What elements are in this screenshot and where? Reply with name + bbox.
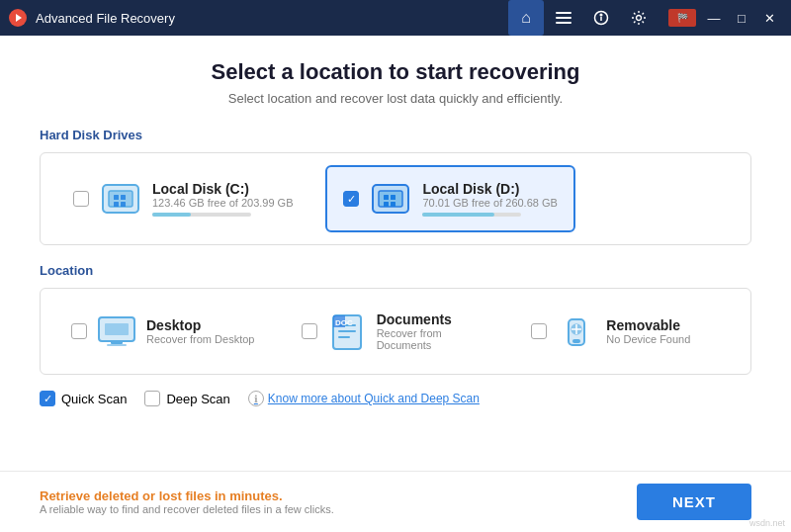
- drive-d-item[interactable]: ✓ Local Disk (D:) 70.01 GB free of 260.6…: [325, 165, 574, 232]
- quick-scan-label: Quick Scan: [61, 392, 127, 406]
- svg-rect-23: [384, 202, 389, 207]
- svg-rect-16: [121, 202, 126, 207]
- deep-scan-option[interactable]: Deep Scan: [144, 391, 229, 406]
- svg-rect-29: [107, 344, 127, 346]
- desktop-desc: Recover from Desktop: [146, 333, 254, 345]
- drive-d-info: Local Disk (D:) 70.01 GB free of 260.68 …: [422, 181, 557, 217]
- documents-info: Documents Recover from Documents: [377, 311, 490, 351]
- page-subtitle: Select location and recover lost data qu…: [40, 91, 751, 106]
- location-section-label: Location: [40, 263, 751, 278]
- nav-settings-button[interactable]: [621, 0, 657, 36]
- location-documents-checkbox[interactable]: [302, 323, 317, 339]
- drive-c-icon: [99, 177, 142, 221]
- usb-icon: [557, 311, 596, 351]
- watermark: wsdn.net: [749, 518, 785, 528]
- nav-list-button[interactable]: [546, 0, 581, 36]
- main-content: Select a location to start recovering Se…: [0, 36, 791, 471]
- page-title: Select a location to start recovering: [40, 59, 751, 85]
- svg-rect-27: [105, 323, 129, 335]
- footer-desc: A reliable way to find and recover delet…: [40, 503, 334, 515]
- location-container: Desktop Recover from Desktop DOC Docu: [40, 288, 751, 375]
- scan-options: ✓ Quick Scan Deep Scan ℹ Know more about…: [40, 391, 751, 406]
- app-title: Advanced File Recovery: [36, 11, 508, 26]
- svg-rect-22: [391, 195, 396, 200]
- learn-more-text: Know more about Quick and Deep Scan: [268, 392, 480, 405]
- drive-c-name: Local Disk (C:): [152, 181, 293, 197]
- location-desktop-item[interactable]: Desktop Recover from Desktop: [56, 301, 275, 362]
- maximize-button[interactable]: □: [728, 8, 755, 28]
- removable-info: Removable No Device Found: [606, 317, 690, 345]
- desktop-name: Desktop: [146, 317, 254, 333]
- footer-title: Retrieve deleted or lost files in minute…: [40, 488, 334, 503]
- drives-container: Local Disk (C:) 123.46 GB free of 203.99…: [40, 152, 751, 245]
- drive-c-item[interactable]: Local Disk (C:) 123.46 GB free of 203.99…: [56, 165, 309, 232]
- svg-rect-2: [556, 12, 571, 14]
- desktop-icon: [97, 311, 136, 351]
- svg-rect-21: [384, 195, 389, 200]
- svg-point-7: [600, 14, 602, 16]
- drive-c-size: 123.46 GB free of 203.99 GB: [152, 197, 293, 209]
- deep-scan-label: Deep Scan: [166, 392, 229, 406]
- learn-more-link[interactable]: ℹ Know more about Quick and Deep Scan: [248, 391, 480, 406]
- info-icon: ℹ: [248, 391, 264, 406]
- nav-info-button[interactable]: [583, 0, 619, 36]
- title-bar: Advanced File Recovery ⌂ 🏁 — □ ✕: [0, 0, 791, 36]
- svg-point-8: [637, 16, 642, 21]
- nav-buttons: ⌂: [508, 0, 657, 36]
- drives-section-label: Hard Disk Drives: [40, 128, 751, 142]
- location-section: Location Desktop Recover from Desktop: [40, 263, 751, 375]
- quick-scan-option[interactable]: ✓ Quick Scan: [40, 391, 127, 406]
- location-removable-item[interactable]: Removable No Device Found: [516, 301, 735, 362]
- drive-d-checkbox[interactable]: ✓: [343, 191, 359, 207]
- app-logo-icon: [8, 8, 28, 28]
- svg-rect-15: [114, 202, 119, 207]
- drive-c-info: Local Disk (C:) 123.46 GB free of 203.99…: [152, 181, 293, 217]
- documents-desc: Recover from Documents: [377, 327, 490, 351]
- svg-rect-3: [556, 17, 571, 19]
- svg-rect-39: [572, 339, 580, 343]
- documents-icon: DOC: [327, 311, 367, 351]
- drive-d-icon: [369, 177, 412, 221]
- next-button[interactable]: NEXT: [637, 484, 751, 520]
- svg-rect-28: [111, 341, 123, 344]
- minimize-button[interactable]: —: [700, 8, 728, 28]
- removable-name: Removable: [606, 317, 690, 333]
- location-documents-item[interactable]: DOC Documents Recover from Documents: [287, 301, 505, 362]
- close-button[interactable]: ✕: [755, 8, 783, 28]
- documents-name: Documents: [377, 311, 490, 327]
- nav-home-button[interactable]: ⌂: [508, 0, 544, 36]
- quick-scan-checkbox[interactable]: ✓: [40, 391, 55, 406]
- drive-c-checkbox[interactable]: [73, 191, 89, 207]
- svg-rect-14: [121, 195, 126, 200]
- footer-left: Retrieve deleted or lost files in minute…: [40, 488, 334, 515]
- drive-d-size: 70.01 GB free of 260.68 GB: [422, 197, 557, 209]
- deep-scan-checkbox[interactable]: [144, 391, 160, 406]
- svg-rect-24: [391, 202, 396, 207]
- flag-icon: 🏁: [668, 9, 696, 27]
- svg-text:DOC: DOC: [335, 318, 353, 327]
- location-desktop-checkbox[interactable]: [71, 323, 87, 339]
- drives-section: Hard Disk Drives Local Disk (C:): [40, 128, 751, 245]
- removable-desc: No Device Found: [606, 333, 690, 345]
- location-removable-checkbox[interactable]: [531, 323, 547, 339]
- desktop-info: Desktop Recover from Desktop: [146, 317, 254, 345]
- footer: Retrieve deleted or lost files in minute…: [0, 471, 791, 532]
- svg-rect-4: [556, 22, 571, 24]
- svg-rect-13: [114, 195, 119, 200]
- drive-d-name: Local Disk (D:): [422, 181, 557, 197]
